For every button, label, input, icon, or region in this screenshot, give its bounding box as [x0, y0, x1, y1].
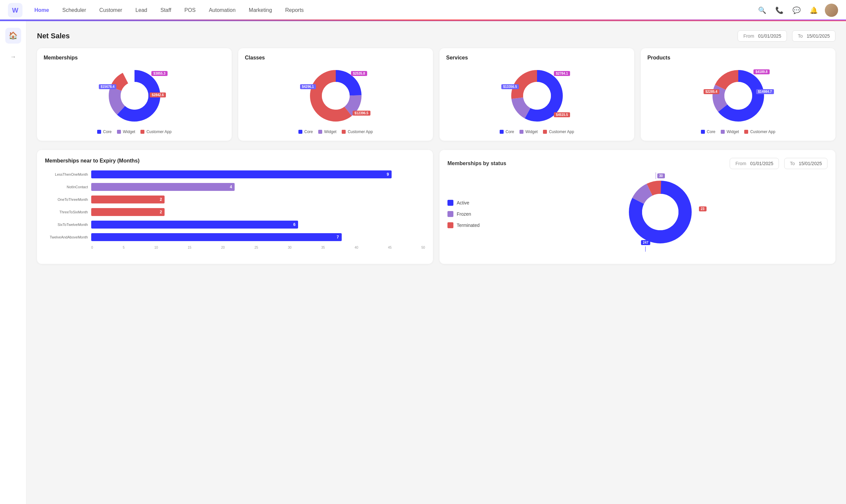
from-label: From — [743, 33, 754, 39]
bar-value-onetothree: 2 — [160, 197, 162, 202]
bar-track-twelveabove: 7 — [91, 233, 425, 241]
terminated-label: Terminated — [457, 222, 479, 228]
classes-title: Classes — [245, 55, 426, 61]
status-frozen: Frozen — [447, 211, 479, 217]
classes-chart: $4296.1 $2535.8 $12396.5 Core Widget — [245, 66, 426, 134]
classes-widget-text: Widget — [324, 129, 336, 134]
nav-pos[interactable]: POS — [179, 5, 201, 16]
status-date-range: From 01/01/2025 To 15/01/2025 — [730, 158, 828, 169]
status-to-field[interactable]: To 15/01/2025 — [784, 158, 828, 169]
status-terminated-count: 23 — [699, 206, 707, 211]
legend-core: Core — [97, 129, 112, 134]
classes-core-text: Core — [304, 129, 313, 134]
status-content: Active Frozen Terminated — [447, 176, 828, 252]
bar-row-lessthan: LessThenOneMonth 9 — [45, 170, 425, 178]
bar-value-threetosix: 2 — [160, 210, 162, 214]
app-color — [140, 130, 144, 134]
nav-home[interactable]: Home — [29, 5, 54, 16]
status-legend: Active Frozen Terminated — [447, 200, 479, 228]
from-date-field[interactable]: From 01/01/2025 — [738, 30, 787, 42]
whatsapp-icon[interactable]: 💬 — [791, 4, 803, 16]
bottom-grid: Memberships near to Expiry (Months) Less… — [37, 150, 835, 264]
services-app-dot — [543, 130, 547, 134]
notification-icon[interactable]: 🔔 — [808, 4, 819, 16]
status-frozen-count: 30 — [657, 174, 665, 178]
avatar[interactable] — [825, 4, 838, 17]
bar-row-threetosix: ThreeToSixMonth 2 — [45, 208, 425, 216]
sidebar-home-icon[interactable]: 🏠 — [5, 28, 21, 43]
classes-legend-app: Customer App — [342, 129, 373, 134]
bar-label-threetosix: ThreeToSixMonth — [45, 210, 88, 214]
sidebar-collapse-icon[interactable]: → — [5, 49, 21, 65]
bar-fill-threetosix: 2 — [91, 208, 164, 216]
nav-lead[interactable]: Lead — [130, 5, 153, 16]
navbar: W Home Scheduler Customer Lead Staff POS… — [0, 0, 846, 21]
services-core-dot — [500, 130, 504, 134]
net-sales-header: Net Sales From 01/01/2025 To 15/01/2025 — [37, 30, 835, 42]
nav-marketing[interactable]: Marketing — [244, 5, 277, 16]
memberships-card: Memberships $15678.4 — [37, 48, 232, 141]
classes-donut: $4296.1 $2535.8 $12396.5 — [306, 66, 366, 126]
nav-customer[interactable]: Customer — [94, 5, 127, 16]
expiry-bar-chart: LessThenOneMonth 9 NotInContact 4 — [45, 170, 425, 256]
active-label: Active — [457, 200, 469, 205]
nav-automation[interactable]: Automation — [204, 5, 241, 16]
status-to-value: 15/01/2025 — [799, 161, 822, 166]
bar-value-sixtotwelve: 6 — [294, 222, 296, 227]
bar-row-onetothree: OneToThreeMonth 2 — [45, 196, 425, 203]
nav-reports[interactable]: Reports — [280, 5, 309, 16]
services-chart: $13356.5 $2784.1 $4515.5 Core Widget — [446, 66, 628, 134]
products-core-text: Core — [707, 129, 716, 134]
to-label: To — [798, 33, 803, 39]
nav-scheduler[interactable]: Scheduler — [57, 5, 91, 16]
bar-value-twelveabove: 7 — [337, 235, 339, 239]
bar-label-onetothree: OneToThreeMonth — [45, 198, 88, 201]
app-logo[interactable]: W — [8, 3, 22, 18]
services-legend-core: Core — [500, 129, 514, 134]
bar-label-twelveabove: TwelveAndAboveMonth — [45, 235, 88, 239]
classes-card: Classes $4296.1 $2535.8 — [238, 48, 433, 141]
services-legend: Core Widget Customer App — [500, 129, 574, 134]
bar-track-onetothree: 2 — [91, 196, 425, 203]
svg-point-3 — [121, 82, 148, 110]
bar-label-notincontact: NotInContact — [45, 185, 88, 189]
bar-value-lessthan: 9 — [387, 172, 389, 177]
phone-icon[interactable]: 📞 — [773, 4, 785, 16]
to-value: 15/01/2025 — [807, 33, 830, 39]
status-from-value: 01/01/2025 — [750, 161, 773, 166]
to-date-field[interactable]: To 15/01/2025 — [792, 30, 835, 42]
nav-staff[interactable]: Staff — [155, 5, 176, 16]
services-widget-text: Widget — [526, 129, 538, 134]
products-chart: $14984.7 $4189.8 $2285.4 Core Widget — [647, 66, 829, 134]
expiry-title: Memberships near to Expiry (Months) — [45, 158, 425, 164]
core-label: Core — [103, 129, 112, 134]
classes-core-dot — [298, 130, 302, 134]
status-from-field[interactable]: From 01/01/2025 — [730, 158, 779, 169]
memberships-donut: $15678.4 $3855.3 $2842.6 — [105, 66, 164, 126]
legend-widget: Widget — [117, 129, 135, 134]
expiry-card: Memberships near to Expiry (Months) Less… — [37, 150, 433, 264]
svg-point-11 — [523, 82, 551, 110]
terminated-dot — [447, 222, 453, 228]
search-icon[interactable]: 🔍 — [756, 4, 768, 16]
nav-actions: 🔍 📞 💬 🔔 — [756, 4, 838, 17]
legend-customerapp: Customer App — [140, 129, 172, 134]
products-card: Products $14984.7 $4189.8 — [641, 48, 835, 141]
bar-row-notincontact: NotInContact 4 — [45, 183, 425, 191]
products-donut: $14984.7 $4189.8 $2285.4 — [708, 66, 768, 126]
widget-label: Widget — [123, 129, 135, 134]
services-donut: $13356.5 $2784.1 $4515.5 — [507, 66, 567, 126]
frozen-dot — [447, 211, 453, 217]
products-app-dot — [744, 130, 748, 134]
main-content: Net Sales From 01/01/2025 To 15/01/2025 … — [27, 21, 846, 504]
services-widget-dot — [519, 130, 524, 134]
app-layout: 🏠 → Net Sales From 01/01/2025 To 15/01/2… — [0, 21, 846, 504]
services-app-text: Customer App — [549, 129, 574, 134]
products-core-dot — [701, 130, 705, 134]
memberships-legend: Core Widget Customer App — [97, 129, 172, 134]
bar-fill-notincontact: 4 — [91, 183, 235, 191]
classes-legend-core: Core — [298, 129, 313, 134]
bar-track-notincontact: 4 — [91, 183, 425, 191]
status-card: Memberships by status From 01/01/2025 To… — [440, 150, 835, 264]
svg-point-19 — [642, 194, 678, 230]
